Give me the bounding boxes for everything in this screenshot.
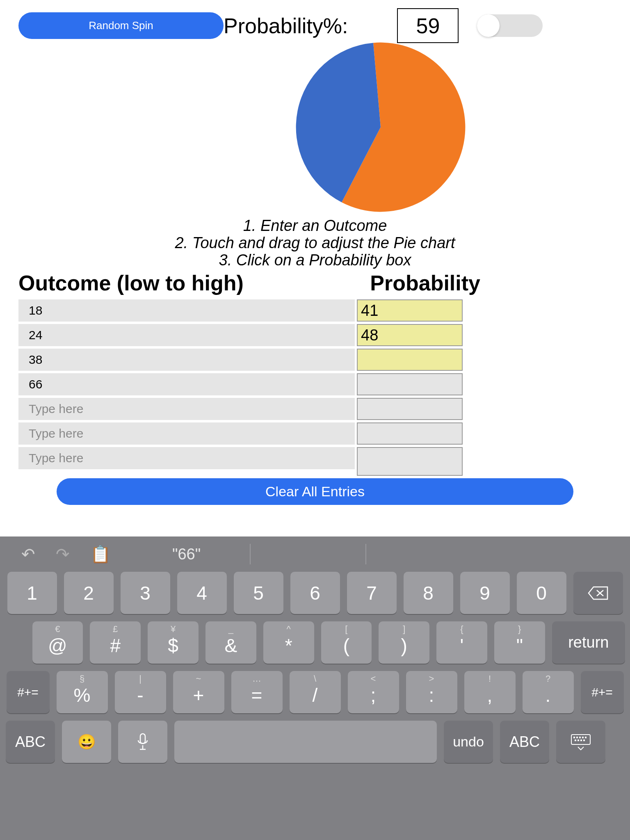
svg-rect-7 [575,740,576,741]
redo-arrow-icon[interactable]: ↷ [56,545,70,564]
key-%[interactable]: §% [57,671,108,713]
key-/[interactable]: \/ [290,671,341,713]
probability-input[interactable] [357,373,463,395]
abc-key[interactable]: ABC [6,721,55,763]
backspace-key[interactable] [573,572,623,614]
table-row: 1841 [18,299,630,322]
header-probability: Probability [370,271,480,295]
abc-key[interactable]: ABC [500,721,549,763]
header-outcome: Outcome (low to high) [18,271,244,295]
dismiss-keyboard-key[interactable] [556,721,605,763]
key-=[interactable]: …= [231,671,283,713]
key-3[interactable]: 3 [121,572,170,614]
separator [365,544,366,564]
key-:[interactable]: >: [406,671,457,713]
key-9[interactable]: 9 [460,572,510,614]
key--[interactable]: |- [115,671,166,713]
key-([interactable]: [( [321,621,372,664]
probability-input[interactable] [357,447,463,476]
svg-rect-4 [579,737,581,738]
mic-key[interactable] [118,721,167,763]
key-,[interactable]: !, [464,671,516,713]
probability-label: Probability%: [224,14,348,38]
key-'[interactable]: {' [436,621,487,664]
table-row: Type here [18,398,630,420]
table-row: 66 [18,373,630,395]
outcome-input[interactable]: 38 [18,349,355,371]
symbols-key[interactable]: #+= [7,671,50,713]
probability-input[interactable] [357,398,463,420]
key-*[interactable]: ^* [263,621,314,664]
svg-rect-10 [583,740,585,741]
key-&[interactable]: _& [205,621,256,664]
key-#[interactable]: £# [90,621,141,664]
svg-rect-9 [580,740,582,741]
probability-input[interactable] [357,422,463,445]
table-row: Type here [18,447,630,476]
outcome-input[interactable]: 24 [18,324,355,346]
outcome-input[interactable]: Type here [18,398,355,420]
key-6[interactable]: 6 [290,572,340,614]
key-+[interactable]: ~+ [173,671,224,713]
outcome-input[interactable]: 18 [18,299,355,322]
key-.[interactable]: ?. [523,671,574,713]
svg-rect-6 [585,737,587,738]
table-row: 2448 [18,324,630,346]
undo-key[interactable]: undo [444,721,493,763]
clipboard-icon[interactable]: 📋 [90,545,111,564]
outcome-input[interactable]: Type here [18,422,355,445]
probability-value-box[interactable]: 59 [397,8,459,43]
pie-chart[interactable] [292,39,469,215]
probability-input[interactable] [357,349,463,371]
emoji-key[interactable]: 😀 [62,721,111,763]
separator [250,544,251,564]
table-row: Type here [18,422,630,445]
undo-arrow-icon[interactable]: ↶ [21,545,35,564]
outcome-input[interactable]: Type here [18,447,355,469]
key-2[interactable]: 2 [64,572,114,614]
symbols-key[interactable]: #+= [581,671,624,713]
instruction-2: 2. Touch and drag to adjust the Pie char… [0,235,630,252]
svg-rect-5 [582,737,584,738]
table-row: 38 [18,349,630,371]
key-7[interactable]: 7 [347,572,397,614]
outcome-input[interactable]: 66 [18,373,355,395]
probability-input[interactable]: 48 [357,324,463,346]
clear-all-button[interactable]: Clear All Entries [57,478,573,505]
keyboard-suggestion[interactable]: "66" [172,546,201,563]
key-5[interactable]: 5 [234,572,283,614]
random-spin-button[interactable]: Random Spin [18,12,224,39]
key-@[interactable]: €@ [32,621,83,664]
key-;[interactable]: <; [348,671,399,713]
space-key[interactable] [174,721,437,763]
key-"[interactable]: }" [494,621,545,664]
instruction-3: 3. Click on a Probability box [0,252,630,269]
key-0[interactable]: 0 [517,572,566,614]
instructions: 1. Enter an Outcome 2. Touch and drag to… [0,217,630,269]
key-1[interactable]: 1 [7,572,57,614]
return-key[interactable]: return [552,621,625,664]
key-4[interactable]: 4 [177,572,227,614]
toggle-switch[interactable] [477,14,543,37]
key-$[interactable]: ¥$ [148,621,199,664]
key-8[interactable]: 8 [404,572,453,614]
key-)[interactable]: ]) [379,621,429,664]
svg-rect-3 [576,737,578,738]
svg-rect-8 [578,740,579,741]
instruction-1: 1. Enter an Outcome [0,217,630,235]
svg-rect-0 [140,734,145,744]
probability-input[interactable]: 41 [357,299,463,322]
svg-rect-2 [573,737,575,738]
onscreen-keyboard: ↶ ↷ 📋 "66" 1234567890 €@£#¥$_&^*[(]){'}"… [0,536,630,840]
